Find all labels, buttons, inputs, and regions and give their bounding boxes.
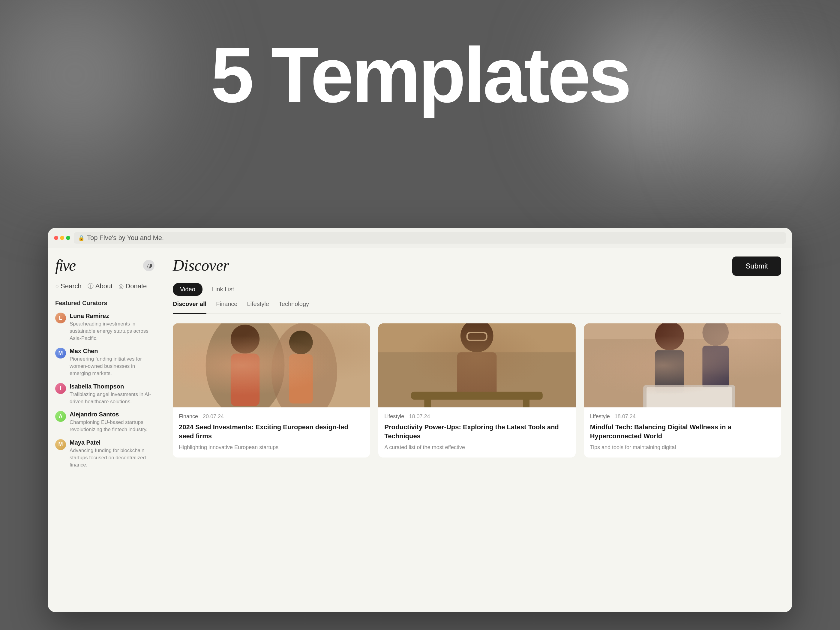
article-image-0 — [173, 324, 370, 407]
curator-desc-2: Trailblazing angel investments in AI-dri… — [69, 391, 155, 405]
filter-row: Discover all Finance Lifestyle Technolog… — [173, 301, 781, 314]
url-text: Top Five's by You and Me. — [87, 234, 164, 242]
svg-rect-0 — [173, 324, 370, 407]
article-excerpt-1: A curated list of the most effective — [384, 444, 569, 452]
svg-point-3 — [231, 325, 259, 354]
svg-rect-4 — [231, 354, 259, 406]
main-content: Discover Submit Video Link List Discover… — [162, 248, 792, 612]
curator-item-1[interactable]: M Max Chen Pioneering funding initiative… — [55, 348, 155, 377]
browser-dot-minimize[interactable] — [60, 236, 64, 240]
search-icon: ○ — [55, 283, 59, 289]
hero-title: 5 Templates — [0, 36, 840, 114]
curator-name-4: Maya Patel — [69, 439, 155, 446]
curator-info-4: Maya Patel Advancing funding for blockch… — [69, 439, 155, 468]
filter-finance[interactable]: Finance — [216, 301, 237, 310]
svg-point-1 — [206, 324, 285, 407]
curator-item-4[interactable]: M Maya Patel Advancing funding for block… — [55, 439, 155, 468]
submit-button[interactable]: Submit — [732, 256, 781, 276]
article-category-1: Lifestyle — [384, 414, 404, 420]
curator-item-3[interactable]: A Alejandro Santos Championing EU-based … — [55, 411, 155, 433]
curator-desc-1: Pioneering funding initiatives for women… — [69, 355, 155, 377]
curator-info-0: Luna Ramirez Spearheading investments in… — [69, 313, 155, 342]
svg-point-9 — [461, 324, 494, 352]
browser-dot-maximize[interactable] — [66, 236, 70, 240]
svg-rect-22 — [646, 387, 732, 407]
curator-desc-4: Advancing funding for blockchain startup… — [69, 447, 155, 468]
main-header: Discover Submit — [173, 256, 781, 276]
svg-rect-7 — [378, 324, 575, 407]
curator-name-1: Max Chen — [69, 348, 155, 355]
curator-item-0[interactable]: L Luna Ramirez Spearheading investments … — [55, 313, 155, 342]
svg-point-2 — [272, 324, 337, 407]
filter-lifestyle[interactable]: Lifestyle — [247, 301, 269, 310]
app-layout: five ◑ ○ Search ⓘ About ◎ Donate Feature… — [48, 248, 792, 612]
article-category-2: Lifestyle — [590, 414, 610, 420]
article-meta-1: Lifestyle 18.07.24 — [384, 414, 569, 420]
svg-rect-12 — [425, 399, 431, 407]
curator-desc-3: Championing EU-based startups revolution… — [69, 419, 155, 433]
svg-rect-13 — [523, 399, 529, 407]
article-card-1[interactable]: Lifestyle 18.07.24 Productivity Power-Up… — [378, 324, 575, 458]
article-card-0[interactable]: Finance 20.07.24 2024 Seed Investments: … — [173, 324, 370, 458]
ui-card: 🔒 Top Five's by You and Me. five ◑ ○ Sea… — [48, 228, 792, 612]
curator-list: L Luna Ramirez Spearheading investments … — [55, 313, 155, 468]
article-excerpt-0: Highlighting innovative European startup… — [179, 444, 364, 452]
logo-text: five — [55, 256, 75, 274]
article-card-2[interactable]: Lifestyle 18.07.24 Mindful Tech: Balanci… — [584, 324, 781, 458]
info-icon: ⓘ — [88, 282, 93, 290]
svg-point-19 — [702, 324, 729, 346]
article-body-2: Lifestyle 18.07.24 Mindful Tech: Balanci… — [584, 407, 781, 458]
article-title-1: Productivity Power-Ups: Exploring the La… — [384, 423, 569, 441]
curator-info-1: Max Chen Pioneering funding initiatives … — [69, 348, 155, 377]
browser-url-bar[interactable]: 🔒 Top Five's by You and Me. — [74, 232, 786, 243]
svg-point-5 — [289, 331, 313, 354]
curator-item-2[interactable]: I Isabella Thompson Trailblazing angel i… — [55, 383, 155, 405]
article-title-2: Mindful Tech: Balancing Digital Wellness… — [590, 423, 775, 441]
url-lock-icon: 🔒 — [78, 235, 85, 241]
curator-desc-0: Spearheading investments in sustainable … — [69, 321, 155, 342]
sidebar-nav: ○ Search ⓘ About ◎ Donate — [55, 282, 155, 290]
article-title-0: 2024 Seed Investments: Exciting European… — [179, 423, 364, 441]
tabs-row: Video Link List — [173, 283, 781, 296]
article-image-1 — [378, 324, 575, 407]
curator-info-3: Alejandro Santos Championing EU-based st… — [69, 411, 155, 433]
curator-info-2: Isabella Thompson Trailblazing angel inv… — [69, 383, 155, 405]
curator-avatar-0: L — [55, 313, 66, 324]
svg-rect-20 — [702, 346, 729, 388]
article-meta-2: Lifestyle 18.07.24 — [590, 414, 775, 420]
svg-rect-14 — [467, 332, 487, 340]
article-body-0: Finance 20.07.24 2024 Seed Investments: … — [173, 407, 370, 458]
article-meta-0: Finance 20.07.24 — [179, 414, 364, 420]
sidebar-nav-about[interactable]: ⓘ About — [88, 282, 113, 290]
featured-curators-title: Featured Curators — [55, 300, 155, 306]
svg-rect-10 — [457, 352, 496, 398]
sidebar-nav-search[interactable]: ○ Search — [55, 282, 82, 290]
donate-icon: ◎ — [118, 283, 123, 290]
filter-technology[interactable]: Technology — [279, 301, 309, 310]
sidebar: five ◑ ○ Search ⓘ About ◎ Donate Feature… — [48, 248, 162, 612]
article-excerpt-2: Tips and tools for maintaining digital — [590, 444, 775, 452]
svg-rect-18 — [655, 351, 684, 393]
article-date-2: 18.07.24 — [615, 414, 636, 420]
curator-name-3: Alejandro Santos — [69, 411, 155, 418]
svg-rect-21 — [643, 385, 735, 407]
browser-dots — [54, 236, 70, 240]
sidebar-nav-donate[interactable]: ◎ Donate — [118, 282, 147, 290]
theme-toggle-button[interactable]: ◑ — [143, 260, 155, 271]
svg-rect-15 — [584, 324, 781, 407]
nav-about-label: About — [95, 282, 113, 290]
curator-avatar-3: A — [55, 411, 66, 422]
filter-discover-all[interactable]: Discover all — [173, 301, 207, 314]
curator-avatar-4: M — [55, 439, 66, 450]
article-category-0: Finance — [179, 414, 198, 420]
tab-linklist[interactable]: Link List — [205, 283, 241, 296]
tab-video[interactable]: Video — [173, 283, 202, 296]
sidebar-logo-row: five ◑ — [55, 256, 155, 274]
browser-bar: 🔒 Top Five's by You and Me. — [48, 228, 792, 248]
curator-name-0: Luna Ramirez — [69, 313, 155, 319]
article-body-1: Lifestyle 18.07.24 Productivity Power-Up… — [378, 407, 575, 458]
curator-avatar-1: M — [55, 348, 66, 358]
article-image-2 — [584, 324, 781, 407]
article-date-1: 18.07.24 — [409, 414, 430, 420]
browser-dot-close[interactable] — [54, 236, 58, 240]
